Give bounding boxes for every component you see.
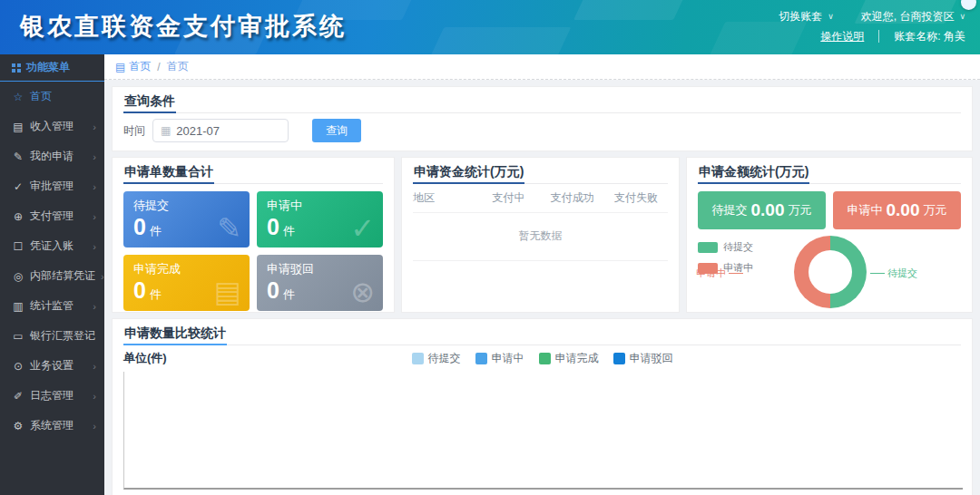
- log-icon: ✐: [12, 390, 24, 403]
- chevron-right-icon: ›: [93, 421, 96, 432]
- legend-item-rejected[interactable]: 申请驳回: [613, 351, 673, 366]
- header-user-area: 切换账套 ∨ 欢迎您, 台商投资区 ∨ 操作说明 账套名称: 角美: [779, 6, 965, 46]
- time-label: 时间: [123, 123, 145, 139]
- sidebar-item-label: 收入管理: [30, 119, 74, 134]
- fund-panel-title: 申请资金统计(万元): [413, 158, 668, 184]
- badge-label: 申请中: [848, 202, 883, 218]
- legend-item-in-progress[interactable]: 申请中: [475, 351, 524, 366]
- badge-pending-submit: 待提交 0.00 万元: [698, 191, 826, 229]
- legend-label: 申请中: [492, 351, 524, 366]
- sidebar-item-income-management[interactable]: ▤ 收入管理 ›: [0, 112, 104, 141]
- amount-panel-title: 申请金额统计(万元): [698, 158, 961, 184]
- sidebar-item-approval-management[interactable]: ✓ 审批管理 ›: [0, 171, 104, 201]
- count-title-text: 申请单数量合计: [123, 158, 214, 184]
- amount-title-text: 申请金额统计(万元): [698, 158, 809, 184]
- amount-badges: 待提交 0.00 万元 申请中 0.00 万元: [687, 184, 972, 229]
- sidebar-item-voucher-entry[interactable]: ☐ 凭证入账 ›: [0, 231, 104, 261]
- comparison-chart-panel: 申请数量比较统计 单位(件) 待提交 申请中 申请完成 申请: [112, 318, 973, 495]
- sidebar-item-internal-settlement-voucher[interactable]: ◎ 内部结算凭证 ›: [0, 261, 104, 291]
- legend-label: 待提交: [723, 240, 753, 254]
- search-button[interactable]: 查询: [312, 119, 361, 142]
- card-value: 0: [133, 277, 146, 303]
- sidebar-item-my-applications[interactable]: ✎ 我的申请 ›: [0, 141, 104, 171]
- sidebar-item-business-settings[interactable]: ⊙ 业务设置 ›: [0, 351, 104, 381]
- card-icon: ▭: [12, 330, 24, 343]
- fund-statistics-panel: 申请资金统计(万元) 地区 支付中 支付成功 支付失败 暂无数据: [401, 157, 680, 313]
- sidebar-item-home[interactable]: ☆ 首页: [0, 82, 104, 112]
- header-decoration: [427, 27, 572, 54]
- badge-value: 0.00: [887, 200, 920, 220]
- comparison-title-text: 申请数量比较统计: [123, 319, 227, 345]
- legend-swatch-darkblue: [613, 353, 625, 364]
- chevron-right-icon: ›: [93, 121, 96, 132]
- count-panel-title: 申请单数量合计: [123, 158, 383, 184]
- card-unit: 件: [283, 224, 295, 238]
- chevron-down-icon: ∨: [959, 12, 965, 21]
- legend-label: 申请驳回: [630, 351, 673, 366]
- header-decoration: [573, 0, 688, 20]
- sidebar-item-statistics-supervision[interactable]: ▥ 统计监管 ›: [0, 291, 104, 321]
- callout-line: [729, 273, 743, 274]
- legend-swatch-blue: [475, 353, 487, 364]
- menu-header-label: 功能菜单: [26, 60, 70, 75]
- sidebar-item-bank-draft-registration[interactable]: ▭ 银行汇票登记: [0, 321, 104, 351]
- sidebar-item-label: 支付管理: [30, 209, 74, 224]
- legend-item-pending-submit[interactable]: 待提交: [412, 351, 461, 366]
- sidebar-item-label: 业务设置: [30, 358, 74, 374]
- chevron-right-icon: ›: [93, 391, 96, 402]
- chevron-right-icon: ›: [93, 301, 96, 312]
- bar-chart-icon: ▥: [12, 300, 24, 313]
- main-content: ▤ 首页 / 首页 查询条件 时间 ▦ 2021-07 查询 申请单数量合计 待…: [104, 54, 980, 495]
- sidebar-item-label: 首页: [30, 89, 52, 104]
- chart-legend: 待提交 申请中 申请完成 申请驳回: [123, 351, 961, 366]
- sidebar-item-label: 审批管理: [30, 179, 74, 194]
- card-completed[interactable]: 申请完成 0件 ▤: [123, 255, 250, 311]
- donut-chart-area: 待提交 申请中 申请中 待提交: [687, 233, 972, 313]
- card-rejected[interactable]: 申请驳回 0件 ⊗: [257, 255, 383, 311]
- card-value: 0: [267, 214, 279, 239]
- legend-item-completed[interactable]: 申请完成: [539, 351, 599, 366]
- query-panel-title: 查询条件: [123, 87, 961, 113]
- chevron-right-icon: ›: [93, 151, 96, 162]
- breadcrumb-root[interactable]: 首页: [129, 59, 151, 74]
- time-picker-value: 2021-07: [176, 124, 220, 138]
- document-reject-icon: ⊗: [350, 275, 375, 309]
- time-picker-input[interactable]: ▦ 2021-07: [152, 119, 289, 142]
- sidebar-menu-header: 功能菜单: [0, 54, 104, 82]
- sidebar-item-payment-management[interactable]: ⊕ 支付管理 ›: [0, 201, 104, 231]
- badge-label: 待提交: [712, 202, 748, 218]
- column-header-failed: 支付失败: [604, 190, 668, 206]
- welcome-user-dropdown[interactable]: 欢迎您, 台商投资区: [861, 9, 955, 24]
- chevron-down-icon: ∨: [828, 12, 834, 21]
- breadcrumb-separator: /: [157, 61, 160, 73]
- badge-unit: 万元: [923, 202, 946, 218]
- floating-helper-button[interactable]: [961, 0, 976, 10]
- sidebar-item-system-management[interactable]: ⚙ 系统管理 ›: [0, 411, 104, 441]
- column-header-region: 地区: [413, 190, 476, 206]
- badge-unit: 万元: [788, 202, 811, 218]
- breadcrumb: ▤ 首页 / 首页: [104, 54, 980, 80]
- app-header: 银农直联资金支付审批系统 切换账套 ∨ 欢迎您, 台商投资区 ∨ 操作说明 账套…: [0, 0, 980, 54]
- sidebar-item-label: 凭证入账: [30, 238, 74, 254]
- operation-guide-link[interactable]: 操作说明: [820, 29, 864, 44]
- query-title-text: 查询条件: [123, 87, 176, 113]
- sidebar-item-label: 统计监管: [30, 298, 74, 314]
- stat-cards-grid: 待提交 0件 ✎ 申请中 0件 ✓ 申请完成 0件 ▤ 申请驳回 0件: [113, 184, 394, 318]
- card-pending-submit[interactable]: 待提交 0件 ✎: [123, 191, 250, 248]
- briefcase-icon: ☐: [12, 240, 24, 253]
- switch-account-dropdown[interactable]: 切换账套: [779, 9, 822, 24]
- card-in-progress[interactable]: 申请中 0件 ✓: [257, 191, 383, 248]
- donut-chart: [794, 236, 867, 308]
- calendar-icon: ▦: [161, 124, 171, 137]
- document-icon: ▤: [115, 61, 125, 73]
- legend-item-pending[interactable]: 待提交: [698, 240, 753, 254]
- legend-swatch-green: [539, 353, 551, 364]
- sidebar-item-log-management[interactable]: ✐ 日志管理 ›: [0, 381, 104, 411]
- app-title: 银农直联资金支付审批系统: [20, 10, 347, 43]
- star-icon: ☆: [12, 91, 24, 103]
- column-header-success: 支付成功: [541, 190, 604, 206]
- column-header-paying: 支付中: [476, 190, 540, 206]
- comparison-panel-title: 申请数量比较统计: [123, 319, 961, 345]
- grid-menu-icon: [12, 63, 15, 67]
- sidebar-item-label: 银行汇票登记: [30, 328, 95, 344]
